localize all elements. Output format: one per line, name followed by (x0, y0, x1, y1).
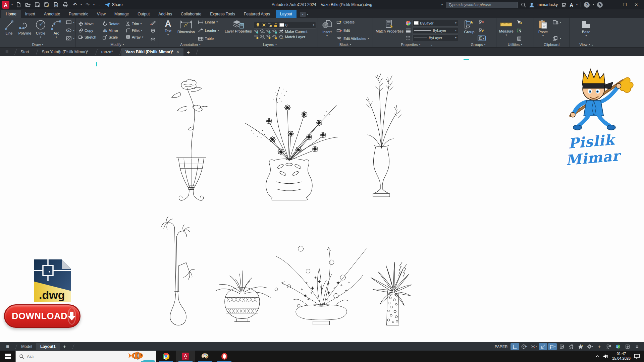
user-icon[interactable] (529, 2, 534, 7)
view-dialog-launcher-icon[interactable]: ⌟ (591, 43, 593, 46)
polyline-button[interactable]: Polyline (17, 19, 32, 42)
block-create-button[interactable]: Create (335, 20, 370, 24)
lineweight-dropdown[interactable]: ByLayer ▾ (412, 27, 458, 34)
open-button[interactable] (24, 1, 32, 8)
ungroup-button[interactable] (478, 20, 486, 24)
match-layer-button[interactable]: Match Layer (278, 35, 306, 39)
tray-chevron-icon[interactable] (595, 355, 600, 358)
snap-mode-button[interactable] (511, 343, 519, 350)
file-tab-vazo-bitki[interactable]: Vazo Bitki (Pislik Mimar)* ✕ (121, 48, 183, 56)
copy-button[interactable]: Copy (77, 27, 101, 34)
id-point-button[interactable] (516, 20, 523, 24)
move-button[interactable]: Move (77, 20, 101, 27)
ribbon-tab-addins[interactable]: Add-ins (154, 10, 176, 18)
search-icon[interactable] (521, 2, 526, 7)
download-button[interactable]: DOWNLOAD (4, 304, 80, 328)
group-button[interactable]: Group (462, 19, 477, 42)
linetype-dropdown[interactable]: ByLayer ▾ (412, 35, 458, 41)
cart-icon[interactable] (561, 2, 567, 7)
line-button[interactable]: Line (2, 19, 16, 42)
ribbon-tab-home[interactable]: Home (1, 10, 21, 18)
polar-tracking-button[interactable]: ▾ (520, 343, 529, 350)
undo-button[interactable]: ↶ (71, 1, 78, 8)
file-tabs-menu-icon[interactable]: ≡ (2, 49, 12, 55)
taskbar-chrome-button[interactable] (156, 351, 176, 362)
drawing-canvas[interactable]: Pislik Mimar .dwg DOWNLO (0, 56, 644, 342)
panel-modify-label[interactable]: Modify▾ (76, 42, 159, 47)
stretch-button[interactable]: Stretch (77, 34, 101, 41)
start-button[interactable] (0, 351, 15, 362)
rectangle-button[interactable]: ▾ (65, 20, 75, 25)
ribbon-display-caret-icon[interactable]: ▾ (307, 13, 308, 16)
redo-button[interactable]: ↷ (84, 1, 91, 8)
array-button[interactable]: Array▾ (125, 34, 148, 41)
panel-groups-label[interactable]: Groups▾ (460, 42, 496, 47)
notification-icon[interactable] (634, 354, 640, 359)
annotation-monitor-button[interactable] (604, 343, 613, 350)
dimension-button[interactable]: Dimension (176, 19, 196, 42)
ellipse-button[interactable]: ▾ (65, 28, 75, 33)
scale-button[interactable]: Scale (102, 34, 124, 41)
username[interactable]: mimarlucky (537, 2, 558, 7)
paper-space-label[interactable]: PAPER (495, 345, 508, 349)
panel-properties-label[interactable]: Properties▾⌟ (373, 42, 460, 47)
trim-button[interactable]: Trim▾ (125, 20, 148, 27)
ribbon-tab-manage[interactable]: Manage (110, 10, 133, 18)
panel-block-label[interactable]: Block▾ (318, 42, 373, 47)
block-edit-button[interactable]: Edit (335, 28, 370, 33)
autocad-logo-button[interactable]: A (2, 1, 9, 8)
quick-select-button[interactable] (516, 28, 523, 33)
arc-button[interactable]: Arc ▾ (49, 19, 64, 42)
properties-dialog-launcher-icon[interactable]: ⌟ (430, 43, 432, 46)
table-button[interactable]: Table (197, 36, 220, 41)
ribbon-tab-collaborate[interactable]: Collaborate (176, 10, 206, 18)
taskbar-autocad-button[interactable]: A CAD (176, 351, 195, 362)
annotation-visibility-button[interactable] (567, 343, 576, 350)
search-expand-icon[interactable]: ▸ (441, 3, 443, 6)
layer-dropdown[interactable]: 0 ▾ (254, 22, 316, 28)
minimize-button[interactable]: ─ (608, 0, 619, 9)
file-tab-spa-yatagi[interactable]: Spa Yatağı (Pislik Mimar)* (38, 48, 93, 56)
make-current-button[interactable]: Make Current (278, 29, 308, 34)
fillet-button[interactable]: Fillet▾ (125, 27, 148, 34)
workspace-switching-button[interactable]: + (595, 343, 604, 350)
erase-button[interactable] (149, 20, 157, 25)
hatch-button[interactable]: ▾ (65, 36, 75, 41)
linear-button[interactable]: Linear▾ (197, 20, 220, 24)
match-properties-button[interactable]: Match Properties (375, 19, 405, 42)
restore-button[interactable]: ❐ (619, 0, 631, 9)
ribbon-tab-parametric[interactable]: Parametric (64, 10, 93, 18)
offset-button[interactable] (149, 36, 157, 41)
taskbar-search-input[interactable] (27, 354, 104, 359)
layer-properties-button[interactable]: Layer Properties (224, 19, 253, 42)
ribbon-tab-express-tools[interactable]: Express Tools (206, 10, 239, 18)
ribbon-tab-annotate[interactable]: Annotate (40, 10, 64, 18)
group-edit-button[interactable] (478, 28, 486, 33)
volume-icon[interactable] (603, 354, 609, 359)
object-snap-tracking-button[interactable] (539, 343, 547, 350)
panel-utilities-label[interactable]: Utilities▾ (496, 42, 534, 47)
save-button[interactable] (34, 1, 41, 8)
taskbar-paint-button[interactable] (195, 351, 215, 362)
panel-clipboard-label[interactable]: Clipboard (534, 42, 569, 47)
edit-attributes-button[interactable]: Edit Attributes▾ (335, 36, 370, 41)
insert-button[interactable]: Insert ▾ (320, 19, 334, 42)
taskbar-opera-button[interactable] (215, 351, 234, 362)
rotate-button[interactable]: Rotate (102, 20, 124, 27)
cut-button[interactable]: ▾ (551, 20, 562, 25)
selection-cycling-button[interactable] (557, 343, 566, 350)
clean-screen-button[interactable] (623, 343, 632, 350)
mirror-button[interactable]: Mirror (102, 27, 124, 34)
taskbar-clock[interactable]: 01:47 15.04.2026 (612, 352, 631, 361)
ribbon-tab-layout[interactable]: Layout (276, 10, 297, 18)
close-button[interactable]: ✕ (631, 0, 642, 9)
quick-calc-button[interactable] (516, 36, 523, 41)
group-selection-toggle[interactable] (478, 36, 486, 41)
ribbon-tab-insert[interactable]: Insert (21, 10, 40, 18)
text-button[interactable]: A Text ▾ (161, 19, 175, 42)
new-drawing-icon[interactable]: + (183, 49, 193, 55)
panel-draw-label[interactable]: Draw▾ (0, 42, 75, 47)
layout-menu-icon[interactable]: ≡ (3, 344, 12, 350)
model-tab[interactable]: Model (17, 343, 36, 350)
object-snap-button[interactable]: ▾ (548, 343, 557, 350)
